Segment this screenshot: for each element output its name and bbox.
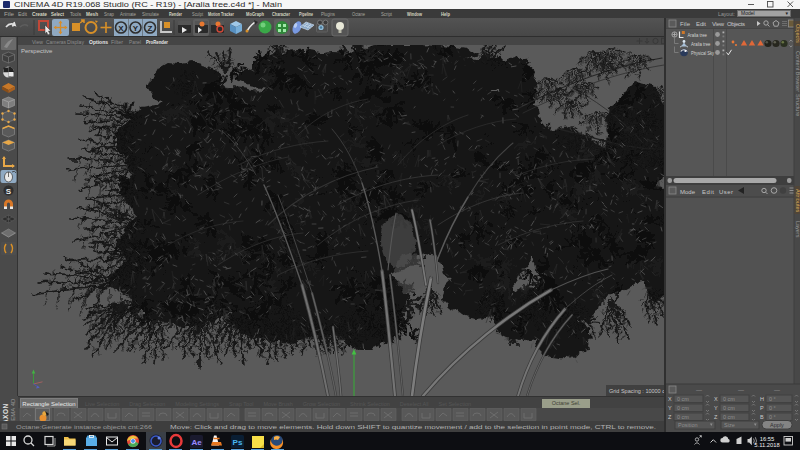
svg-text:Z: Z bbox=[148, 24, 153, 33]
svg-text:Help: Help bbox=[441, 11, 450, 17]
svg-text:0 °: 0 ° bbox=[769, 396, 776, 402]
svg-text:Tools: Tools bbox=[70, 11, 81, 17]
svg-text:0 cm: 0 cm bbox=[723, 396, 735, 402]
svg-text:CINEMA 4D R19.068 Studio (RC -: CINEMA 4D R19.068 Studio (RC - R19) - [A… bbox=[14, 1, 283, 9]
svg-text:Ps: Ps bbox=[233, 438, 243, 447]
svg-text:Pipeline: Pipeline bbox=[299, 11, 313, 17]
svg-text:Animate: Animate bbox=[120, 11, 136, 17]
svg-text:Plugins: Plugins bbox=[321, 11, 335, 17]
svg-text:Layout:: Layout: bbox=[718, 11, 735, 17]
svg-text:Y: Y bbox=[668, 405, 672, 411]
svg-text:Content Browser: Content Browser bbox=[795, 51, 800, 92]
svg-text:Panel: Panel bbox=[129, 39, 141, 45]
svg-text:Move: Click and drag to move e: Move: Click and drag to move elements. H… bbox=[170, 424, 656, 430]
svg-text:Objects: Objects bbox=[795, 24, 800, 43]
svg-text:P: P bbox=[760, 405, 764, 411]
svg-text:—: — bbox=[738, 387, 744, 393]
svg-text:0 cm: 0 cm bbox=[677, 396, 689, 402]
svg-text:Sculpt: Sculpt bbox=[192, 11, 203, 17]
svg-text:Mesh: Mesh bbox=[86, 11, 98, 17]
svg-text:H: H bbox=[760, 396, 764, 402]
svg-text:Options: Options bbox=[89, 39, 109, 45]
svg-text:Filter: Filter bbox=[111, 39, 123, 45]
svg-text:Display: Display bbox=[67, 39, 84, 45]
svg-text:B: B bbox=[760, 414, 764, 420]
svg-text:Edit: Edit bbox=[18, 11, 27, 17]
svg-text:Perspective: Perspective bbox=[21, 48, 53, 54]
svg-text:Create: Create bbox=[32, 11, 48, 17]
svg-text:S: S bbox=[6, 187, 12, 196]
svg-text:0 °: 0 ° bbox=[769, 414, 776, 420]
svg-text:Ae: Ae bbox=[191, 438, 202, 447]
svg-text:Layers: Layers bbox=[795, 221, 800, 238]
svg-text:Octane: Octane bbox=[352, 11, 365, 17]
svg-text:Aralia tree: Aralia tree bbox=[691, 41, 711, 47]
svg-text:View: View bbox=[712, 21, 725, 27]
svg-text:Y: Y bbox=[714, 405, 718, 411]
svg-text:ProRender: ProRender bbox=[146, 39, 168, 45]
svg-text:Window: Window bbox=[407, 11, 422, 17]
svg-text:X: X bbox=[118, 24, 124, 33]
svg-text:Y: Y bbox=[133, 24, 139, 33]
svg-text:Position: Position bbox=[678, 422, 698, 428]
svg-text:0 cm: 0 cm bbox=[677, 405, 689, 411]
svg-text:File: File bbox=[4, 11, 15, 17]
svg-text:File: File bbox=[680, 21, 691, 27]
svg-text:X: X bbox=[668, 396, 672, 402]
svg-text:X: X bbox=[714, 396, 718, 402]
svg-text:Motion Tracker: Motion Tracker bbox=[208, 11, 234, 17]
svg-text:Objects: Objects bbox=[727, 21, 745, 27]
svg-text:View: View bbox=[32, 39, 44, 45]
svg-text:0 cm: 0 cm bbox=[723, 405, 735, 411]
svg-text:MoGraph: MoGraph bbox=[246, 11, 264, 17]
svg-text:Script: Script bbox=[381, 11, 392, 17]
svg-text:0 cm: 0 cm bbox=[677, 414, 689, 420]
svg-text:—: — bbox=[774, 387, 780, 393]
svg-text:Structure: Structure bbox=[795, 94, 800, 116]
svg-text:Render: Render bbox=[169, 11, 182, 17]
svg-text:Simulate: Simulate bbox=[142, 11, 159, 17]
svg-text:0 cm: 0 cm bbox=[723, 414, 735, 420]
svg-text:Edit: Edit bbox=[696, 21, 706, 27]
svg-text:Mode: Mode bbox=[680, 189, 696, 195]
svg-text:Snap: Snap bbox=[104, 11, 114, 17]
svg-text:Select: Select bbox=[51, 11, 64, 17]
svg-text:Attributes: Attributes bbox=[795, 189, 800, 212]
svg-text:Physical Sky: Physical Sky bbox=[691, 50, 714, 56]
svg-text:Size: Size bbox=[724, 422, 735, 428]
svg-text:User: User bbox=[719, 189, 733, 195]
svg-text:16:55: 16:55 bbox=[760, 436, 775, 442]
svg-text:5.11.2018: 5.11.2018 bbox=[754, 442, 779, 448]
svg-text:Octane:Generate instance objec: Octane:Generate instance objects cnt:266 bbox=[16, 424, 153, 430]
svg-text:—: — bbox=[696, 387, 702, 393]
svg-text:Aralia tree: Aralia tree bbox=[688, 32, 708, 38]
svg-text:Apply: Apply bbox=[770, 422, 784, 428]
svg-text:Grid Spacing : 10000 cm: Grid Spacing : 10000 cm bbox=[609, 388, 664, 394]
svg-text:Character: Character bbox=[272, 11, 290, 17]
svg-text:Cameras: Cameras bbox=[46, 39, 66, 45]
svg-text:0 °: 0 ° bbox=[769, 405, 776, 411]
svg-text:Edit: Edit bbox=[702, 189, 714, 195]
